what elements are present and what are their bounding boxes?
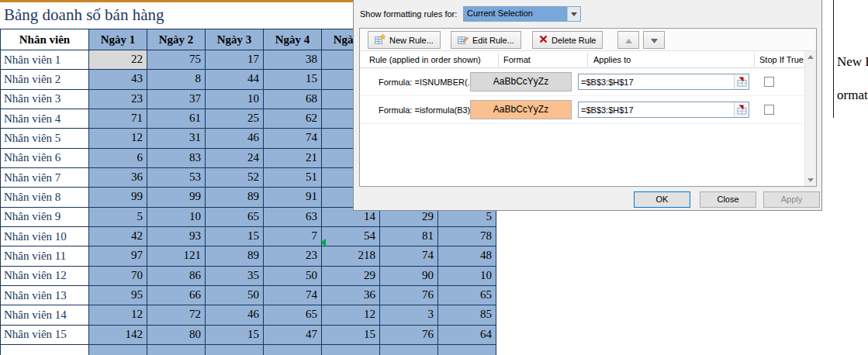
- close-button[interactable]: Close: [700, 191, 756, 208]
- value-cell[interactable]: 218: [322, 246, 380, 266]
- rule-row[interactable]: Formula: =isformula(B3)AaBbCcYyZz: [360, 96, 804, 124]
- value-cell[interactable]: [206, 345, 264, 355]
- employee-name-cell[interactable]: Nhân viên 8: [0, 188, 89, 207]
- value-cell[interactable]: 89: [206, 246, 264, 266]
- value-cell[interactable]: 25: [206, 109, 264, 129]
- rule-row[interactable]: Formula: =ISNUMBER(...AaBbCcYyZz: [360, 68, 804, 96]
- value-cell[interactable]: 85: [438, 305, 496, 325]
- value-cell[interactable]: 90: [380, 267, 438, 286]
- value-cell[interactable]: 15: [206, 227, 264, 246]
- value-cell[interactable]: 76: [380, 326, 438, 345]
- employee-name-cell[interactable]: Nhân viên 15: [0, 326, 89, 345]
- value-cell[interactable]: 3: [380, 305, 438, 325]
- value-cell[interactable]: 89: [206, 188, 264, 207]
- scope-dropdown[interactable]: Current Selection: [463, 6, 581, 22]
- value-cell[interactable]: 47: [264, 326, 322, 345]
- employee-name-cell[interactable]: Nhân viên 11: [0, 246, 89, 266]
- value-cell[interactable]: [264, 345, 322, 355]
- value-cell[interactable]: 65: [264, 305, 322, 325]
- value-cell[interactable]: 15: [206, 326, 264, 345]
- value-cell[interactable]: 36: [322, 286, 380, 305]
- value-cell[interactable]: 51: [264, 168, 322, 188]
- value-cell[interactable]: 50: [264, 267, 322, 286]
- value-cell[interactable]: 65: [438, 286, 496, 305]
- scroll-up-icon[interactable]: [805, 51, 816, 63]
- value-cell[interactable]: [147, 345, 206, 355]
- employee-name-cell[interactable]: Nhân viên 14: [0, 305, 89, 325]
- value-cell[interactable]: 46: [206, 129, 264, 148]
- value-cell[interactable]: 68: [264, 90, 322, 109]
- vertical-scrollbar[interactable]: [804, 51, 816, 186]
- value-cell[interactable]: 43: [89, 70, 147, 89]
- value-cell[interactable]: [89, 345, 147, 355]
- employee-name-cell[interactable]: Nhân viên 3: [0, 90, 89, 109]
- value-cell[interactable]: 75: [147, 50, 206, 70]
- employee-name-cell[interactable]: Nhân viên 4: [0, 109, 89, 129]
- value-cell[interactable]: 46: [206, 305, 264, 325]
- value-cell[interactable]: 10: [206, 90, 264, 109]
- value-cell[interactable]: 31: [147, 129, 206, 148]
- employee-name-cell[interactable]: Nhân viên 1: [0, 50, 89, 70]
- value-cell[interactable]: 72: [147, 305, 206, 325]
- value-cell[interactable]: 8: [147, 70, 206, 89]
- applies-to-input[interactable]: [579, 74, 734, 89]
- value-cell[interactable]: 99: [147, 188, 206, 207]
- value-cell[interactable]: 10: [147, 208, 206, 227]
- value-cell[interactable]: 99: [89, 188, 147, 207]
- ok-button[interactable]: OK: [634, 191, 690, 208]
- range-picker-icon[interactable]: [734, 74, 749, 89]
- value-cell[interactable]: [380, 345, 438, 355]
- value-cell[interactable]: [322, 345, 380, 355]
- value-cell[interactable]: 42: [89, 227, 147, 246]
- column-header-day3[interactable]: Ngày 3: [206, 29, 264, 50]
- value-cell[interactable]: 64: [438, 326, 496, 345]
- value-cell[interactable]: 21: [264, 149, 322, 168]
- value-cell[interactable]: 24: [206, 149, 264, 168]
- value-cell[interactable]: [438, 345, 496, 355]
- value-cell[interactable]: 142: [89, 326, 147, 345]
- value-cell[interactable]: 52: [206, 168, 264, 188]
- value-cell[interactable]: 81: [380, 227, 438, 246]
- value-cell[interactable]: 66: [147, 286, 206, 305]
- value-cell[interactable]: 74: [380, 246, 438, 266]
- value-cell[interactable]: 63: [264, 208, 322, 227]
- value-cell[interactable]: 65: [206, 208, 264, 227]
- employee-name-cell[interactable]: Nhân viên 5: [0, 129, 89, 148]
- scroll-down-icon[interactable]: [805, 174, 816, 186]
- employee-name-cell[interactable]: Nhân viên 7: [0, 168, 89, 188]
- value-cell[interactable]: 61: [147, 109, 206, 129]
- column-header-day1[interactable]: Ngày 1: [89, 29, 147, 50]
- value-cell[interactable]: 62: [264, 109, 322, 129]
- value-cell[interactable]: 53: [147, 168, 206, 188]
- employee-name-cell[interactable]: Nhân viên 12: [0, 267, 89, 286]
- value-cell[interactable]: 22: [89, 50, 147, 70]
- value-cell[interactable]: 36: [89, 168, 147, 188]
- value-cell[interactable]: 78: [438, 227, 496, 246]
- value-cell[interactable]: 91: [264, 188, 322, 207]
- value-cell[interactable]: 29: [322, 267, 380, 286]
- employee-name-cell[interactable]: Nhân viên 2: [0, 70, 89, 89]
- value-cell[interactable]: 12: [89, 305, 147, 325]
- value-cell[interactable]: 70: [89, 267, 147, 286]
- value-cell[interactable]: 5: [89, 208, 147, 227]
- applies-to-input[interactable]: [579, 102, 734, 117]
- employee-name-cell[interactable]: Nhân viên 9: [0, 208, 89, 227]
- value-cell[interactable]: 86: [147, 267, 206, 286]
- value-cell[interactable]: 121: [147, 246, 206, 266]
- value-cell[interactable]: 17: [206, 50, 264, 70]
- value-cell[interactable]: 44: [206, 70, 264, 89]
- employee-name-cell[interactable]: [0, 345, 89, 355]
- column-header-day2[interactable]: Ngày 2: [147, 29, 206, 50]
- value-cell[interactable]: 76: [380, 286, 438, 305]
- value-cell[interactable]: 54: [322, 227, 380, 246]
- value-cell[interactable]: 6: [89, 149, 147, 168]
- value-cell[interactable]: 95: [89, 286, 147, 305]
- value-cell[interactable]: 71: [89, 109, 147, 129]
- value-cell[interactable]: 97: [89, 246, 147, 266]
- value-cell[interactable]: 23: [264, 246, 322, 266]
- value-cell[interactable]: 12: [322, 305, 380, 325]
- column-header-day4[interactable]: Ngày 4: [264, 29, 322, 50]
- employee-name-cell[interactable]: Nhân viên 10: [0, 227, 89, 246]
- value-cell[interactable]: 83: [147, 149, 206, 168]
- stop-if-true-checkbox[interactable]: [764, 77, 774, 87]
